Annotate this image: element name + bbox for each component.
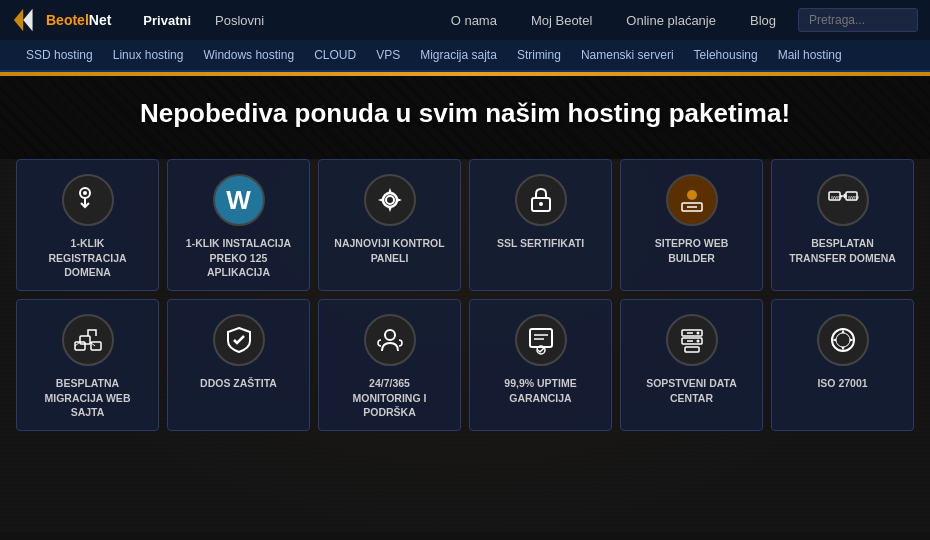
sec-nav-striming[interactable]: Striming (507, 39, 571, 71)
wordpress-icon: W (213, 174, 265, 226)
sec-nav-migracija[interactable]: Migracija sajta (410, 39, 507, 71)
builder-icon (666, 174, 718, 226)
logo-text: BeotelNet (46, 12, 111, 28)
feature-label: SITEPRO WEBBUILDER (655, 236, 729, 265)
feature-label: BESPLATNAMIGRACIJA WEBSAJTA (45, 376, 131, 420)
click-icon (62, 174, 114, 226)
svg-marker-0 (14, 9, 23, 31)
transfer-icon: www www (817, 174, 869, 226)
svg-text:www: www (831, 194, 842, 200)
server-icon (666, 314, 718, 366)
feature-monitoring[interactable]: 24/7/365MONITORING IPODRŠKA (318, 299, 461, 431)
feature-label: 1-KLIKREGISTRACIJADOMENA (48, 236, 126, 280)
support-icon (364, 314, 416, 366)
nav-blog[interactable]: Blog (738, 0, 788, 40)
feature-label: SSL SERTIFIKATI (497, 236, 584, 251)
feature-domain-registration[interactable]: 1-KLIKREGISTRACIJADOMENA (16, 159, 159, 291)
ssl-icon (515, 174, 567, 226)
nav-o-nama[interactable]: O nama (439, 0, 509, 40)
sec-nav-cloud[interactable]: CLOUD (304, 39, 366, 71)
svg-point-26 (696, 340, 699, 343)
hero-title: Nepobediva ponuda u svim našim hosting p… (20, 98, 910, 129)
feature-transfer[interactable]: www www BESPLATANTRANSFER DOMENA (771, 159, 914, 291)
feature-data-center[interactable]: SOPSTVENI DATACENTAR (620, 299, 763, 431)
sec-nav-windows[interactable]: Windows hosting (193, 39, 304, 71)
shield-icon (213, 314, 265, 366)
hero-section: Nepobediva ponuda u svim našim hosting p… (0, 76, 930, 159)
svg-text:www: www (848, 194, 859, 200)
feature-label: ISO 27001 (817, 376, 867, 391)
feature-web-builder[interactable]: SITEPRO WEBBUILDER (620, 159, 763, 291)
nav-poslovni[interactable]: Poslovni (203, 0, 276, 40)
sec-nav-linux[interactable]: Linux hosting (103, 39, 194, 71)
feature-label: DDOS ZAŠTITA (200, 376, 277, 391)
nav-moj-beotel[interactable]: Moj Beotel (519, 0, 604, 40)
top-links: Privatni Poslovni (131, 0, 438, 40)
svg-point-18 (385, 330, 395, 340)
feature-one-click-install[interactable]: W 1-KLIK INSTALACIJAPREKO 125APLIKACIJA (167, 159, 310, 291)
top-nav-right: O nama Moj Beotel Online plaćanje Blog (439, 0, 918, 40)
certificate-icon (515, 314, 567, 366)
iso-badge-icon (817, 314, 869, 366)
svg-point-7 (539, 202, 543, 206)
feature-control-panels[interactable]: NAJNOVIJI KONTROLPANELI (318, 159, 461, 291)
sec-nav-telehousing[interactable]: Telehousing (684, 39, 768, 71)
feature-ssl[interactable]: SSL SERTIFIKATI (469, 159, 612, 291)
feature-label: 1-KLIK INSTALACIJAPREKO 125APLIKACIJA (186, 236, 291, 280)
feature-label: 99,9% UPTIMEGARANCIJA (504, 376, 576, 405)
svg-rect-19 (530, 329, 552, 347)
features-row-1: 1-KLIKREGISTRACIJADOMENA W 1-KLIK INSTAL… (0, 159, 930, 291)
feature-label: NAJNOVIJI KONTROLPANELI (334, 236, 444, 265)
logo[interactable]: BeotelNet (12, 6, 111, 34)
feature-label: BESPLATANTRANSFER DOMENA (789, 236, 896, 265)
svg-point-25 (696, 332, 699, 335)
feature-label: 24/7/365MONITORING IPODRŠKA (353, 376, 427, 420)
main-content: Nepobediva ponuda u svim našim hosting p… (0, 76, 930, 532)
sec-nav-namenski[interactable]: Namenski serveri (571, 39, 684, 71)
svg-point-31 (836, 333, 850, 347)
features-row-2: BESPLATNAMIGRACIJA WEBSAJTA DDOS ZAŠTITA (0, 291, 930, 441)
feature-uptime[interactable]: 99,9% UPTIMEGARANCIJA (469, 299, 612, 431)
sec-nav-vps[interactable]: VPS (366, 39, 410, 71)
feature-migration[interactable]: BESPLATNAMIGRACIJA WEBSAJTA (16, 299, 159, 431)
sec-nav-mail[interactable]: Mail hosting (768, 39, 852, 71)
svg-marker-1 (23, 9, 32, 31)
feature-ddos[interactable]: DDOS ZAŠTITA (167, 299, 310, 431)
gear-icon (364, 174, 416, 226)
migration-icon (62, 314, 114, 366)
top-navigation: BeotelNet Privatni Poslovni O nama Moj B… (0, 0, 930, 40)
svg-point-4 (386, 196, 394, 204)
search-input[interactable] (798, 8, 918, 32)
sec-nav-ssd[interactable]: SSD hosting (16, 39, 103, 71)
feature-iso[interactable]: ISO 27001 (771, 299, 914, 431)
svg-rect-29 (685, 347, 699, 352)
logo-icon (12, 6, 40, 34)
nav-privatni[interactable]: Privatni (131, 0, 203, 40)
nav-online-placanje[interactable]: Online plaćanje (614, 0, 728, 40)
feature-label: SOPSTVENI DATACENTAR (646, 376, 737, 405)
svg-point-3 (83, 191, 87, 195)
svg-rect-17 (91, 342, 101, 350)
secondary-navigation: SSD hosting Linux hosting Windows hostin… (0, 40, 930, 72)
svg-point-8 (687, 190, 697, 200)
